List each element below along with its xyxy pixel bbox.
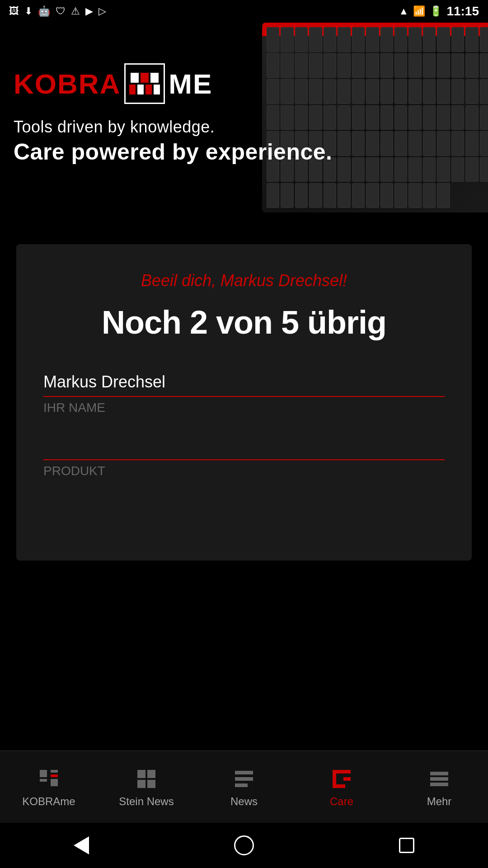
svg-rect-18 [430,777,448,781]
mehr-icon [427,766,452,792]
nav-label-news: News [230,795,258,808]
counter-text: Noch 2 von 5 übrig [43,304,445,341]
svg-rect-10 [235,777,253,781]
home-button[interactable] [230,832,258,859]
logo-me: ME [169,68,212,100]
nav-item-stein-news[interactable]: Stein News [98,766,195,808]
name-input[interactable] [43,368,445,397]
svg-rect-15 [343,770,351,774]
nav-label-stein-news: Stein News [119,795,174,808]
system-nav [0,823,488,868]
nav-label-mehr: Mehr [427,795,452,808]
svg-rect-17 [430,772,448,775]
signal-icon: 📶 [413,5,425,17]
play-icon: ▶ [85,5,93,17]
status-time: 11:15 [446,4,479,19]
tagline-1: Tools driven by knowledge. [14,118,332,137]
play2-icon: ▷ [99,5,106,17]
news-icon [231,766,257,792]
home-icon [234,835,254,855]
svg-rect-19 [430,783,448,786]
promo-text: Beeil dich, Markus Drechsel! [43,271,445,290]
nav-item-news[interactable]: News [195,766,293,808]
logo-icon-wrapper [124,63,165,104]
svg-rect-16 [343,777,351,781]
logo-bar-top [131,73,159,83]
svg-rect-2 [51,770,58,773]
alert-icon: ⚠ [71,5,80,17]
svg-rect-5 [137,770,145,778]
download-icon: ⬇ [24,5,33,17]
svg-rect-3 [51,774,58,777]
stein-news-icon [134,766,159,792]
svg-rect-4 [51,779,58,786]
tagline-2: Care powered by experience. [14,139,332,165]
svg-rect-0 [40,770,47,777]
back-button[interactable] [68,832,95,859]
svg-rect-14 [333,784,345,788]
name-field-group: IHR NAME [43,368,445,415]
logo-bar-bottom [129,85,160,94]
care-icon [329,766,354,792]
logo-kobra: KOBRA [14,68,121,100]
wifi-icon: ▲ [399,5,409,17]
shield-icon: 🛡 [56,5,66,17]
android-icon: 🤖 [38,5,50,17]
logo-icon-inner [129,73,160,94]
hero-section: KOBRA ME [0,23,488,244]
svg-rect-11 [235,783,248,787]
nav-item-mehr[interactable]: Mehr [390,766,488,808]
svg-rect-8 [147,780,155,788]
nav-item-kobrame[interactable]: KOBRAme [0,766,98,808]
status-bar: 🖼 ⬇ 🤖 🛡 ⚠ ▶ ▷ ▲ 📶 🔋 11:15 [0,0,488,23]
logo: KOBRA ME [14,63,332,104]
status-icons-right: ▲ 📶 🔋 11:15 [399,4,479,19]
logo-area: KOBRA ME [14,63,332,165]
produkt-label: PRODUKT [43,464,105,478]
battery-icon: 🔋 [430,5,442,17]
nav-label-kobrame: KOBRAme [22,795,75,808]
produkt-input[interactable] [43,433,445,460]
main-card: Beeil dich, Markus Drechsel! Noch 2 von … [16,244,472,561]
kobrame-icon [36,766,61,792]
svg-rect-7 [137,780,145,788]
recents-button[interactable] [393,832,420,859]
nav-label-care: Care [330,795,353,808]
svg-rect-6 [147,770,155,778]
produkt-field-group: PRODUKT [43,433,445,478]
name-label: IHR NAME [43,401,445,415]
recents-icon [399,838,414,853]
back-icon [74,836,89,854]
nav-item-care[interactable]: Care [293,766,390,808]
gallery-icon: 🖼 [9,5,19,17]
svg-rect-1 [40,779,47,782]
status-icons-left: 🖼 ⬇ 🤖 🛡 ⚠ ▶ ▷ [9,5,106,17]
bottom-nav: KOBRAme Stein News News [0,750,488,823]
svg-rect-9 [235,771,253,774]
